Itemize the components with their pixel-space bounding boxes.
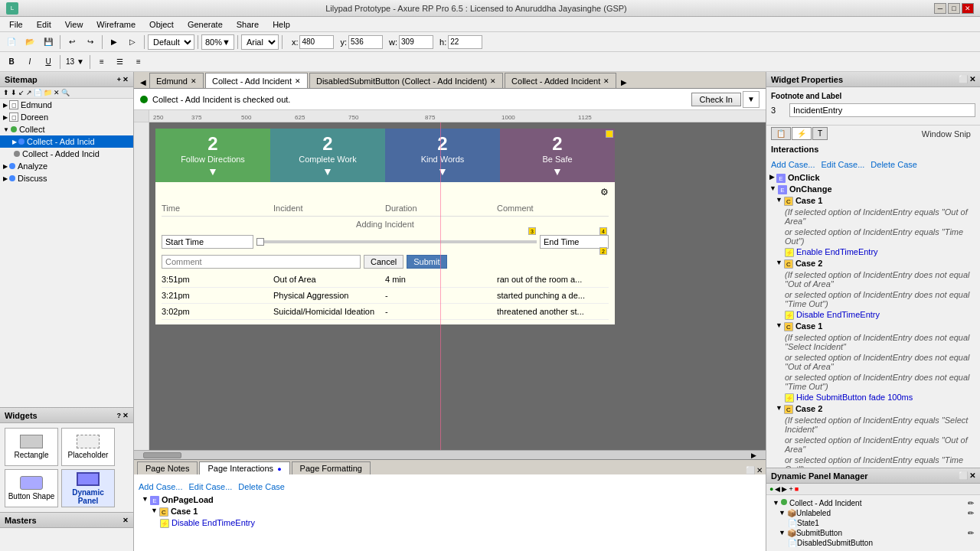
- close-button[interactable]: ✕: [962, 3, 974, 14]
- sitemap-item-collect-add[interactable]: ▶ Collect - Add Incid: [0, 135, 133, 148]
- canvas-hscroll[interactable]: ▶: [134, 450, 766, 459]
- props-expand-icon[interactable]: ⬜: [959, 75, 968, 83]
- tab-collect-added[interactable]: Collect - Added Incident ✕: [505, 73, 616, 88]
- menu-help[interactable]: Help: [266, 18, 296, 31]
- bold-button[interactable]: B: [3, 54, 20, 70]
- hscroll-thumb[interactable]: [143, 452, 181, 458]
- widgets-help-icon[interactable]: ?: [117, 412, 122, 419]
- bottom-close-icon[interactable]: ✕: [756, 466, 763, 474]
- masters-close-icon[interactable]: ✕: [122, 517, 129, 524]
- dpm-edit-icon[interactable]: ✏: [968, 499, 974, 507]
- menu-share[interactable]: Share: [230, 18, 265, 31]
- tab-close-disabled[interactable]: ✕: [490, 77, 496, 85]
- text-tab[interactable]: T: [812, 127, 828, 140]
- dpm-expand-icon[interactable]: ⬜: [959, 471, 968, 480]
- underline-button[interactable]: U: [40, 54, 57, 70]
- time-slider[interactable]: [256, 240, 537, 243]
- sitemap-toolbar-btn5[interactable]: 📄: [34, 89, 42, 96]
- interaction-tab[interactable]: ⚡: [792, 127, 812, 140]
- bottom-edit-case[interactable]: Edit Case...: [188, 482, 232, 491]
- menu-view[interactable]: View: [59, 18, 90, 31]
- font-family-select[interactable]: Arial: [241, 34, 279, 50]
- dpm-edit-icon2[interactable]: ✏: [968, 509, 974, 517]
- footnote-input[interactable]: [789, 103, 975, 117]
- maximize-button[interactable]: □: [948, 3, 960, 14]
- preview-button[interactable]: ▶: [106, 34, 122, 51]
- tab-close-collect-added[interactable]: ✕: [603, 77, 609, 85]
- scroll-btn[interactable]: ▶: [751, 452, 756, 459]
- sitemap-close-icon[interactable]: ✕: [122, 76, 129, 83]
- bottom-add-case[interactable]: Add Case...: [139, 482, 182, 491]
- props-close-icon[interactable]: ✕: [969, 75, 975, 83]
- tab-close-edmund[interactable]: ✕: [191, 77, 197, 85]
- complete-work-btn[interactable]: 2 Complete Work ▼: [270, 129, 385, 182]
- style-tab[interactable]: 📋: [771, 127, 791, 140]
- bottom-expand-icon[interactable]: ⬜: [746, 466, 755, 474]
- widgets-close-icon[interactable]: ✕: [122, 412, 129, 419]
- redo-button[interactable]: ↪: [82, 34, 99, 51]
- slider-thumb[interactable]: [256, 238, 264, 246]
- delete-case-link[interactable]: Delete Case: [871, 160, 917, 169]
- menu-wireframe[interactable]: Wireframe: [90, 18, 142, 31]
- preview2-button[interactable]: ▷: [124, 34, 141, 51]
- w-input[interactable]: [399, 35, 433, 49]
- sitemap-item-doreen[interactable]: ▶ ◻ Doreen: [0, 111, 133, 123]
- tab-page-formatting[interactable]: Page Formatting: [292, 461, 371, 474]
- submit-button[interactable]: Submit: [407, 255, 446, 269]
- sitemap-item-collect-added[interactable]: Collect - Added Incid: [0, 148, 133, 160]
- align-center-button[interactable]: ☰: [112, 54, 129, 70]
- h-input[interactable]: [448, 35, 482, 49]
- dpm-close-icon[interactable]: ✕: [969, 471, 975, 480]
- menu-file[interactable]: File: [3, 18, 29, 31]
- settings-icon[interactable]: ⚙: [600, 187, 609, 197]
- default-select[interactable]: Default: [148, 34, 194, 50]
- follow-directions-btn[interactable]: 2 Follow Directions ▼: [155, 129, 270, 182]
- sitemap-toolbar-btn7[interactable]: ✕: [54, 89, 60, 96]
- edit-case-link[interactable]: Edit Case...: [821, 160, 864, 169]
- tab-page-interactions[interactable]: Page Interactions ●: [199, 461, 289, 474]
- dpm-edit-icon3[interactable]: ✏: [968, 529, 974, 537]
- add-case-link[interactable]: Add Case...: [771, 160, 815, 169]
- sitemap-item-edmund[interactable]: ▶ ◻ Edmund: [0, 99, 133, 111]
- dpm-btn3[interactable]: ▶: [782, 485, 787, 493]
- tab-collect-add[interactable]: Collect - Add Incident ✕: [205, 73, 308, 88]
- tab-disabled-submit[interactable]: DisabledSubmitButton (Collect - Add Inci…: [309, 73, 503, 88]
- tab-edmund[interactable]: Edmund ✕: [149, 73, 204, 88]
- sitemap-item-analyze[interactable]: ▶ Analyze: [0, 160, 133, 172]
- widget-button-shape[interactable]: Button Shape: [5, 469, 58, 507]
- sitemap-toolbar-btn6[interactable]: 📁: [44, 89, 52, 96]
- cancel-button[interactable]: Cancel: [364, 255, 403, 269]
- font-size-input[interactable]: 13 ▼: [64, 54, 87, 70]
- sitemap-toolbar-btn8[interactable]: 🔍: [61, 89, 70, 96]
- x-input[interactable]: [299, 35, 334, 49]
- widget-placeholder[interactable]: Placeholder: [61, 428, 115, 466]
- align-right-button[interactable]: ≡: [130, 54, 147, 70]
- menu-edit[interactable]: Edit: [31, 18, 57, 31]
- menu-generate[interactable]: Generate: [181, 18, 229, 31]
- italic-button[interactable]: I: [21, 54, 38, 70]
- sitemap-item-discuss[interactable]: ▶ Discuss: [0, 172, 133, 184]
- dpm-btn1[interactable]: ●: [769, 485, 773, 493]
- open-button[interactable]: 📂: [21, 34, 38, 51]
- sitemap-toolbar-btn4[interactable]: ↗: [26, 89, 32, 96]
- dpm-btn5[interactable]: ■: [795, 485, 799, 493]
- sitemap-add-icon[interactable]: +: [117, 76, 121, 83]
- widget-dynamic-panel[interactable]: Dynamic Panel: [61, 469, 115, 507]
- minimize-button[interactable]: ─: [934, 3, 946, 14]
- undo-button[interactable]: ↩: [64, 34, 80, 51]
- start-time-input[interactable]: [162, 235, 253, 249]
- end-time-input[interactable]: [540, 235, 609, 249]
- tab-close-collect-add[interactable]: ✕: [295, 77, 301, 85]
- sitemap-toolbar-btn1[interactable]: ⬆: [3, 89, 9, 96]
- tab-prev[interactable]: ◀: [137, 77, 149, 88]
- bottom-delete-case[interactable]: Delete Case: [238, 482, 285, 491]
- sitemap-toolbar-btn2[interactable]: ⬇: [11, 89, 17, 96]
- checkin-dropdown[interactable]: ▼: [743, 91, 760, 108]
- tab-page-notes[interactable]: Page Notes: [137, 461, 198, 474]
- widget-rectangle[interactable]: Rectangle: [5, 428, 58, 466]
- new-button[interactable]: 📄: [3, 34, 20, 51]
- kind-words-btn[interactable]: 2 Kind Words ▼: [385, 129, 500, 182]
- comment-input[interactable]: [162, 255, 361, 269]
- save-button[interactable]: 💾: [40, 34, 57, 51]
- align-left-button[interactable]: ≡: [93, 54, 110, 70]
